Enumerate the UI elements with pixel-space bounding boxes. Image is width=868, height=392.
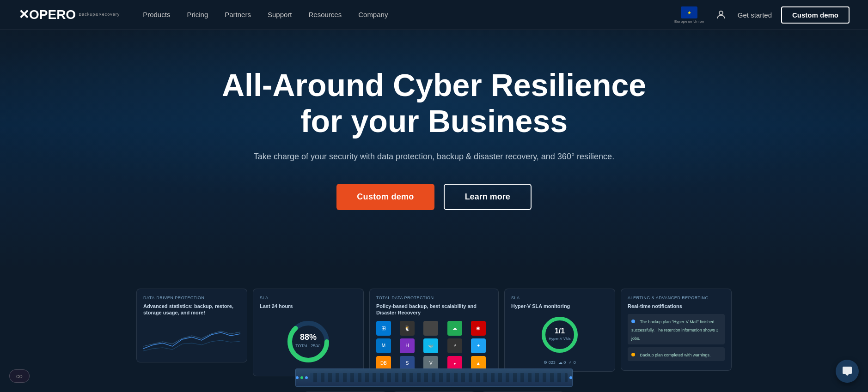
logo-x-icon: ✕OPERO <box>18 8 76 21</box>
server-led-2 <box>300 376 303 379</box>
platform-twitter: ✦ <box>471 338 486 353</box>
server-led-4 <box>569 376 572 379</box>
chat-widget[interactable] <box>836 360 859 383</box>
notification-1: The backup plan "Hyper-V Mail" finished … <box>628 314 725 344</box>
dashboard-card-monitor: SLA Hyper-V SLA monitoring 1/1 Hyper-V V… <box>504 289 615 372</box>
notification-text-1: The backup plan "Hyper-V Mail" finished … <box>631 320 718 341</box>
nav-links: Products Pricing Partners Support Resour… <box>143 11 388 19</box>
server-rack-row <box>9 368 859 387</box>
server-rack <box>295 368 573 387</box>
nav-products[interactable]: Products <box>143 11 170 18</box>
sla-donut: 88% TOTAL: 25/41 <box>260 314 357 369</box>
notification-text-2: Backup plan completed with warnings. <box>640 353 710 357</box>
platform-cloud: ☁ <box>447 321 462 336</box>
notification-dot-2 <box>631 353 635 356</box>
nav-partners[interactable]: Partners <box>225 11 251 18</box>
card-subtitle-3: Policy-based backup, best scalability an… <box>376 303 492 316</box>
card-tag-1: Data-driven Protection <box>143 296 240 300</box>
platform-linux: 🐧 <box>400 321 415 336</box>
server-led-3 <box>305 376 308 379</box>
svg-text:88%: 88% <box>300 332 317 342</box>
monitor-stat2: ☁ 0 <box>558 360 566 365</box>
card-tag-4: SLA <box>511 296 608 300</box>
eu-flag-label: European Union <box>674 19 704 24</box>
co-badge-text: co <box>16 373 23 380</box>
hero-subtitle: Take charge of your security with data p… <box>249 150 619 163</box>
svg-text:1/1: 1/1 <box>555 327 565 335</box>
chat-icon <box>842 366 853 377</box>
logo[interactable]: ✕OPERO Backup&Recovery <box>18 8 120 21</box>
hero-custom-demo-button[interactable]: Custom demo <box>336 184 434 210</box>
co-badge: co <box>9 369 30 383</box>
navbar-left: ✕OPERO Backup&Recovery Products Pricing … <box>18 8 388 21</box>
dashboard-card-platforms: Total Data Protection Policy-based backu… <box>369 289 499 378</box>
stats-chart <box>143 321 240 353</box>
dashboard-card-stats: Data-driven Protection Advanced statisti… <box>136 289 247 362</box>
card-subtitle-4: Hyper-V SLA monitoring <box>511 303 608 309</box>
svg-point-8 <box>544 319 576 351</box>
nav-support[interactable]: Support <box>268 11 292 18</box>
notification-dot-1 <box>631 320 635 323</box>
nav-company[interactable]: Company <box>358 11 388 18</box>
hero-learn-more-button[interactable]: Learn more <box>444 184 532 210</box>
svg-text:TOTAL: 25/41: TOTAL: 25/41 <box>295 344 321 348</box>
platform-redhat: ◉ <box>471 321 486 336</box>
platform-windows: ⊞ <box>376 321 391 336</box>
nav-custom-demo-button[interactable]: Custom demo <box>781 6 850 24</box>
platform-exchange: M <box>376 338 391 353</box>
card-tag-3: Total Data Protection <box>376 296 492 300</box>
card-subtitle-1: Advanced statistics: backup, restore, st… <box>143 303 240 316</box>
hero-section: All-Around Cyber Resilience for your Bus… <box>0 30 868 270</box>
eu-flag-icon: ★ <box>681 6 697 18</box>
svg-text:Hyper-V VMs: Hyper-V VMs <box>549 337 571 341</box>
logo-text: Backup&Recovery <box>79 12 120 17</box>
card-subtitle-5: Real-time notifications <box>628 303 725 309</box>
navbar-right: ★ European Union Get started Custom demo <box>674 6 850 24</box>
platform-github: ⑂ <box>447 338 462 353</box>
monitor-stat3: ✓ 0 <box>568 360 576 365</box>
eu-flag: ★ European Union <box>674 6 704 24</box>
get-started-link[interactable]: Get started <box>738 11 772 19</box>
dashboard-card-notifications: Alerting & Advanced Reporting Real-time … <box>621 289 732 371</box>
card-tag-5: Alerting & Advanced Reporting <box>628 296 725 300</box>
logo-sub: Backup&Recovery <box>79 12 120 17</box>
hero-title: All-Around Cyber Resilience for your Bus… <box>9 67 859 139</box>
hero-buttons: Custom demo Learn more <box>9 184 859 210</box>
user-icon[interactable] <box>714 7 728 22</box>
svg-point-2 <box>719 11 723 15</box>
card-subtitle-2: Last 24 hours <box>260 303 357 309</box>
dashboard-card-sla: SLA Last 24 hours 88% TOTAL: 25/41 <box>253 289 364 376</box>
nav-pricing[interactable]: Pricing <box>187 11 208 18</box>
nav-resources[interactable]: Resources <box>309 11 342 18</box>
navbar: ✕OPERO Backup&Recovery Products Pricing … <box>0 0 868 30</box>
dashboard-cards-row1: Data-driven Protection Advanced statisti… <box>9 289 859 378</box>
server-led-1 <box>296 376 299 379</box>
svg-text:★: ★ <box>687 10 691 15</box>
monitor-stats: ⚙ 023 ☁ 0 ✓ 0 <box>511 360 608 365</box>
notification-2: Backup plan completed with warnings. <box>628 347 725 361</box>
monitor-stat1: ⚙ 023 <box>544 360 556 365</box>
dashboard-preview: Data-driven Protection Advanced statisti… <box>0 289 868 392</box>
platform-docker: 🐳 <box>423 338 438 353</box>
platform-apple <box>423 321 438 336</box>
platform-hyper: H <box>400 338 415 353</box>
card-tag-2: SLA <box>260 296 357 300</box>
server-vents <box>310 373 568 382</box>
monitor-gauge: 1/1 Hyper-V VMs <box>511 314 608 356</box>
platform-icons-grid: ⊞ 🐧 ☁ ◉ M H 🐳 ⑂ ✦ <box>376 321 492 353</box>
